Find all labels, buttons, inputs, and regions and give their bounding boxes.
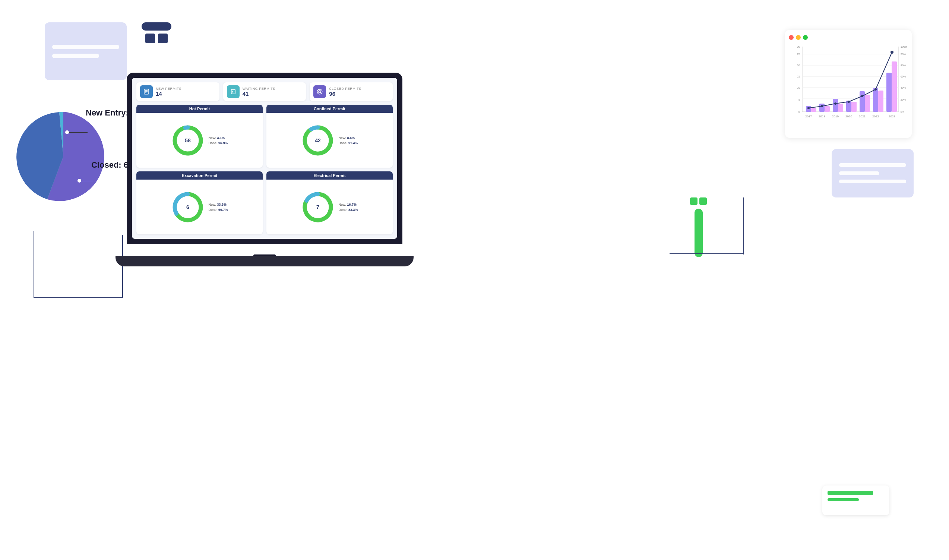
pie-connector-closed: [81, 181, 93, 181]
deco-green-thin: [827, 498, 859, 501]
deco-card-right: [832, 149, 914, 197]
permit-done-stat-0: Done: 96.9%: [208, 141, 228, 145]
tl-yellow: [796, 35, 801, 40]
deco-sq-2: [158, 34, 168, 43]
new-permits-label: NEW PERMITS: [156, 87, 181, 91]
tl-green: [803, 35, 808, 40]
donut-wrap-1: 42: [301, 124, 335, 157]
svg-text:80%: 80%: [901, 64, 906, 67]
permit-header-1: Confined Permit: [266, 105, 393, 113]
svg-text:42: 42: [315, 137, 321, 143]
green-sq-1: [690, 197, 697, 205]
waiting-permits-value: 41: [243, 91, 275, 97]
svg-text:2017: 2017: [805, 115, 812, 118]
svg-rect-14: [886, 73, 892, 112]
permit-body-1: 42New: 8.6%Done: 91.4%: [266, 113, 393, 168]
donut-svg-0: 58: [171, 124, 205, 157]
permit-new-stat-2: New: 33.3%: [208, 203, 228, 206]
deco-right-line-2: [839, 171, 879, 175]
deco-squares: [145, 34, 168, 43]
svg-text:2022: 2022: [872, 115, 879, 118]
permit-body-3: 7New: 16.7%Done: 83.3%: [266, 180, 393, 234]
svg-point-27: [875, 88, 877, 91]
permit-new-stat-3: New: 16.7%: [338, 203, 358, 206]
chart-topright: 2017 2018 2019 2020 2021 2022 2023 0 5 1…: [785, 30, 912, 138]
green-sq-2: [699, 197, 707, 205]
svg-rect-18: [851, 102, 857, 112]
traffic-lights: [789, 35, 908, 40]
svg-point-23: [821, 105, 823, 107]
deco-pill: [142, 22, 171, 31]
svg-rect-17: [838, 103, 843, 112]
permit-body-2: 6New: 33.3%Done: 66.7%: [136, 180, 263, 234]
permit-done-stat-1: Done: 91.4%: [338, 141, 358, 145]
deco-right-line-1: [839, 163, 906, 167]
svg-text:30: 30: [797, 45, 800, 48]
permits-grid: Hot Permit58New: 3.1%Done: 96.9%Confined…: [136, 105, 393, 234]
permit-header-3: Electrical Permit: [266, 171, 393, 180]
connector-v-left: [34, 231, 34, 298]
connector-v-right: [122, 235, 123, 298]
green-squares: [690, 197, 707, 205]
svg-rect-15: [811, 108, 816, 112]
svg-text:2020: 2020: [845, 115, 852, 118]
svg-text:2021: 2021: [859, 115, 866, 118]
chart-svg: 2017 2018 2019 2020 2021 2022 2023 0 5 1…: [789, 43, 908, 129]
svg-text:20%: 20%: [901, 98, 906, 101]
tl-red: [789, 35, 794, 40]
svg-text:40%: 40%: [901, 86, 906, 89]
svg-text:10: 10: [797, 86, 800, 89]
svg-point-58: [318, 91, 321, 93]
permit-card-2: Excavation Permit6New: 33.3%Done: 66.7%: [136, 171, 263, 234]
deco-icon-top: [142, 22, 171, 43]
new-permit-icon: [140, 85, 153, 98]
permit-stats-3: New: 16.7%Done: 83.3%: [338, 203, 358, 212]
permit-header-0: Hot Permit: [136, 105, 263, 113]
svg-text:5: 5: [798, 98, 800, 101]
green-deco-group: [690, 197, 707, 257]
svg-rect-54: [231, 89, 235, 94]
deco-line-2: [52, 54, 99, 58]
permit-stats-0: New: 3.1%Done: 96.9%: [208, 136, 228, 145]
svg-text:2019: 2019: [832, 115, 839, 118]
deco-card-bottomright: [822, 486, 889, 515]
connector-v-rightmid: [743, 197, 744, 254]
permit-card-3: Electrical Permit7New: 16.7%Done: 83.3%: [266, 171, 393, 234]
donut-wrap-2: 6: [171, 191, 205, 224]
stat-text-closed: CLOSED PERMITS 96: [329, 87, 361, 97]
permit-card-0: Hot Permit58New: 3.1%Done: 96.9%: [136, 105, 263, 168]
pie-dot-new: [65, 131, 69, 134]
laptop-base: [115, 256, 414, 266]
svg-rect-13: [873, 88, 878, 112]
connector-h-bottom-left: [34, 297, 123, 298]
svg-text:0%: 0%: [901, 111, 904, 113]
svg-text:0: 0: [798, 111, 800, 113]
stat-text-waiting: WAITING PERMITS 41: [243, 87, 275, 97]
svg-point-22: [807, 107, 810, 109]
green-bar: [695, 209, 703, 257]
deco-card-topleft: [45, 22, 127, 80]
deco-green-thick: [827, 491, 873, 495]
closed-permit-icon: [313, 85, 326, 98]
pie-section: New Entry: 3% Closed: 68%: [11, 104, 134, 231]
stat-card-new: NEW PERMITS 14: [136, 82, 220, 101]
laptop-inner: NEW PERMITS 14 WAITING PERMITS: [132, 78, 397, 239]
permit-card-1: Confined Permit42New: 8.6%Done: 91.4%: [266, 105, 393, 168]
new-permits-value: 14: [156, 91, 181, 97]
svg-text:2023: 2023: [889, 115, 895, 118]
laptop-screen: NEW PERMITS 14 WAITING PERMITS: [127, 73, 402, 244]
svg-point-26: [861, 95, 863, 97]
svg-rect-12: [860, 91, 865, 112]
svg-rect-16: [824, 106, 830, 112]
svg-text:60%: 60%: [901, 75, 906, 78]
permit-new-stat-1: New: 8.6%: [338, 136, 358, 140]
svg-rect-19: [865, 95, 870, 112]
pie-dot-closed: [77, 179, 81, 183]
svg-text:25: 25: [797, 53, 800, 55]
svg-text:15: 15: [797, 75, 800, 78]
connector-h-right: [669, 253, 744, 254]
svg-text:6: 6: [187, 204, 190, 210]
stats-row: NEW PERMITS 14 WAITING PERMITS: [136, 82, 393, 101]
svg-text:20: 20: [797, 64, 800, 67]
permit-body-0: 58New: 3.1%Done: 96.9%: [136, 113, 263, 168]
